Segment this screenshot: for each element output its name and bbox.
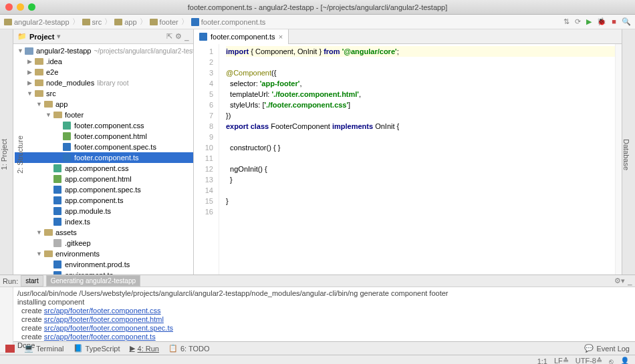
- collapse-icon[interactable]: ⇱: [166, 32, 172, 41]
- hector-icon[interactable]: 👤: [620, 357, 630, 364]
- run-tab-start[interactable]: start: [21, 275, 43, 287]
- console-link[interactable]: src/app/footer/footer.component.spec.ts: [44, 324, 173, 332]
- tool-tab-database[interactable]: Database: [622, 139, 630, 170]
- tree-item[interactable]: footer.component.html: [15, 131, 193, 142]
- tree-item[interactable]: environment.ts: [15, 270, 193, 275]
- disclosure-icon[interactable]: ▶: [27, 69, 33, 75]
- code-line[interactable]: export class FooterComponent implements …: [226, 121, 615, 132]
- editor-tab[interactable]: footer.component.ts ×: [194, 29, 289, 44]
- code-line[interactable]: }): [226, 110, 615, 121]
- code-line[interactable]: [226, 153, 615, 164]
- disclosure-icon[interactable]: ▼: [36, 229, 42, 236]
- code-line[interactable]: }: [226, 196, 615, 206]
- close-window-button[interactable]: [5, 3, 13, 11]
- run-tab-generating[interactable]: Generating angular2-testapp: [46, 275, 140, 287]
- console-link[interactable]: src/app/footer/footer.component.ts: [44, 333, 156, 341]
- tree-item[interactable]: footer.component.spec.ts: [15, 142, 193, 152]
- tree-item[interactable]: footer.component.ts: [15, 152, 193, 163]
- code-line[interactable]: templateUrl: './footer.component.html',: [226, 89, 615, 100]
- tree-item[interactable]: ▼src: [15, 88, 193, 99]
- hide-icon[interactable]: ⎯: [184, 33, 189, 41]
- console-link[interactable]: src/app/footer/footer.component.css: [44, 307, 161, 315]
- tool-tab-eventlog[interactable]: 💬 Event Log: [584, 344, 630, 353]
- line-separator[interactable]: LF≙: [554, 357, 569, 364]
- code-line[interactable]: [226, 57, 615, 67]
- code-line[interactable]: ngOnInit() {: [226, 164, 615, 174]
- tool-tab-structure[interactable]: 2: Structure: [16, 136, 24, 174]
- code-line[interactable]: [226, 206, 615, 217]
- tree-item-label: assets: [55, 228, 77, 236]
- code-line[interactable]: styleUrls: ['./footer.component.css']: [226, 100, 615, 110]
- tree-item[interactable]: app.component.ts: [15, 195, 193, 206]
- line-number: 9: [194, 132, 213, 142]
- close-tab-icon[interactable]: ×: [279, 33, 283, 41]
- gear-icon[interactable]: ⚙▾: [614, 277, 625, 285]
- project-tree[interactable]: ▼angular2-testapp~/projects/angularcli/a…: [13, 44, 193, 275]
- zoom-window-button[interactable]: [28, 3, 35, 11]
- gear-icon[interactable]: ⚙: [175, 32, 182, 41]
- code-line[interactable]: @Component({: [226, 67, 615, 78]
- disclosure-icon[interactable]: ▼: [27, 90, 33, 97]
- breadcrumb-item[interactable]: app: [114, 18, 136, 26]
- tool-tab-project[interactable]: 1: Project: [0, 139, 8, 170]
- code-line[interactable]: constructor() { }: [226, 142, 615, 153]
- tree-item[interactable]: app.component.css: [15, 163, 193, 174]
- code-line[interactable]: }: [226, 174, 615, 185]
- tree-item[interactable]: ▶e2e: [15, 67, 193, 77]
- breadcrumb-item[interactable]: src: [82, 18, 102, 26]
- tree-item[interactable]: app.component.spec.ts: [15, 184, 193, 195]
- tree-item[interactable]: ▼angular2-testapp~/projects/angularcli/a…: [15, 45, 193, 56]
- debug-icon[interactable]: 🐞: [597, 17, 606, 26]
- tool-tab-todo[interactable]: 📋 6: TODO: [168, 344, 210, 353]
- breadcrumb-item[interactable]: angular2-testapp: [4, 18, 70, 26]
- editor-body[interactable]: 12345678910111213141516 import { Compone…: [194, 44, 622, 275]
- code-line[interactable]: import { Component, OnInit } from '@angu…: [226, 46, 615, 57]
- tree-item[interactable]: app.component.html: [15, 174, 193, 184]
- search-icon[interactable]: 🔍: [622, 17, 631, 26]
- window-titlebar: footer.component.ts - angular2-testapp -…: [0, 0, 635, 15]
- caret-position[interactable]: 1:1: [537, 357, 547, 365]
- run-icon[interactable]: ▶: [586, 17, 592, 26]
- code-area[interactable]: import { Component, OnInit } from '@angu…: [219, 44, 615, 275]
- ts-icon: [53, 260, 61, 268]
- line-number: 14: [194, 185, 213, 196]
- disclosure-icon[interactable]: ▶: [27, 79, 33, 86]
- line-number: 6: [194, 100, 213, 110]
- vcs-icon[interactable]: ⇅: [563, 17, 569, 26]
- lock-icon[interactable]: ⎋: [609, 357, 614, 365]
- tree-item[interactable]: ▶node_moduleslibrary root: [15, 77, 193, 88]
- disclosure-icon[interactable]: ▼: [36, 101, 42, 108]
- file-encoding[interactable]: UTF-8≙: [576, 357, 602, 364]
- tree-item[interactable]: app.module.ts: [15, 206, 193, 216]
- tree-item[interactable]: ▼footer: [15, 110, 193, 120]
- console-link[interactable]: src/app/footer/footer.component.html: [44, 315, 164, 323]
- disclosure-icon[interactable]: ▼: [45, 112, 51, 118]
- tree-item[interactable]: index.ts: [15, 216, 193, 227]
- minimize-window-button[interactable]: [17, 3, 24, 11]
- tool-tab-typescript[interactable]: 📘 TypeScript: [74, 344, 120, 353]
- tree-item[interactable]: ▼assets: [15, 227, 193, 238]
- hide-icon[interactable]: ⎯: [628, 277, 632, 285]
- sync-icon[interactable]: ⟳: [575, 17, 581, 26]
- run-console[interactable]: /usr/local/bin/node /Users/webstyle/proj…: [13, 287, 635, 352]
- folder-icon: [35, 90, 43, 97]
- editor-tabs: footer.component.ts ×: [194, 29, 622, 44]
- breadcrumb-item[interactable]: footer.component.ts: [191, 18, 266, 26]
- tool-tab-run[interactable]: ▶ 4: Run: [130, 344, 159, 353]
- tree-item[interactable]: ▼environments: [15, 248, 193, 259]
- tree-item[interactable]: ▶.idea: [15, 56, 193, 67]
- breadcrumb-item[interactable]: footer: [150, 18, 178, 26]
- tree-item[interactable]: .gitkeep: [15, 238, 193, 248]
- code-line[interactable]: [226, 185, 615, 196]
- tree-item[interactable]: ▼app: [15, 99, 193, 110]
- code-line[interactable]: selector: 'app-footer',: [226, 78, 615, 89]
- disclosure-icon[interactable]: ▶: [27, 58, 33, 65]
- disclosure-icon[interactable]: ▼: [36, 250, 42, 257]
- tree-item[interactable]: environment.prod.ts: [15, 259, 193, 270]
- tool-tab-terminal[interactable]: 💻 Terminal: [24, 344, 64, 353]
- dropdown-icon[interactable]: ▾: [57, 32, 61, 41]
- code-line[interactable]: [226, 132, 615, 142]
- tree-item[interactable]: footer.component.css: [15, 120, 193, 131]
- disclosure-icon[interactable]: ▼: [17, 47, 23, 54]
- stop-icon[interactable]: ■: [612, 17, 616, 26]
